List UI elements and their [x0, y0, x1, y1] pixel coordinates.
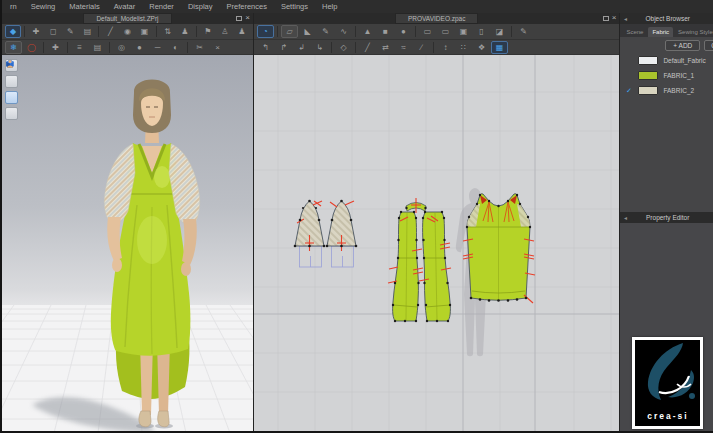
tab-sewing-style[interactable]: Sewing Style: [674, 27, 713, 37]
equalize-icon[interactable]: ⇄: [377, 41, 394, 54]
internal-circle-icon[interactable]: ▣: [455, 25, 472, 38]
curve-edit-icon[interactable]: ∿: [335, 25, 352, 38]
popout-icon[interactable]: [603, 16, 609, 21]
pattern-sleeve-left[interactable]: [294, 200, 326, 267]
show-fabric-icon[interactable]: ▦: [491, 41, 508, 54]
menu-item-display[interactable]: Display: [181, 2, 220, 11]
dots-icon[interactable]: ∷: [455, 41, 472, 54]
add-fabric-button[interactable]: + ADD: [665, 40, 700, 51]
free-sew-icon[interactable]: ↱: [275, 41, 292, 54]
object-browser-title: Object Browser: [630, 15, 713, 22]
edit-sew-icon[interactable]: ↳: [311, 41, 328, 54]
pattern-dress-front[interactable]: [463, 194, 535, 303]
popout-icon[interactable]: [236, 16, 242, 21]
menu-item-sewing[interactable]: Sewing: [24, 2, 63, 11]
rectangle-icon[interactable]: ■: [377, 25, 394, 38]
menu-item-preferences[interactable]: Preferences: [219, 2, 273, 11]
ellipse-icon[interactable]: ●: [395, 25, 412, 38]
tab-scene[interactable]: Scene: [622, 27, 647, 37]
toolbar-separator: [109, 42, 110, 53]
avatar-display-icon[interactable]: [5, 75, 18, 88]
avatar-pair-icon[interactable]: ♟: [177, 25, 193, 38]
collapse-icon[interactable]: ◂: [620, 15, 630, 22]
record-icon[interactable]: ◯: [23, 41, 40, 54]
tab-fabric[interactable]: Fabric: [648, 27, 673, 37]
close-icon[interactable]: ×: [612, 14, 617, 22]
pattern-panel-left[interactable]: [388, 211, 423, 322]
frame-icon[interactable]: ▣: [137, 25, 153, 38]
polygon-icon[interactable]: ▲: [359, 25, 376, 38]
pin-icon[interactable]: ✚: [47, 41, 64, 54]
menu-item-help[interactable]: Help: [315, 2, 344, 11]
fabric-list-item[interactable]: FABRIC_1: [620, 68, 713, 83]
fabric-swatch: [638, 86, 658, 95]
close-icon[interactable]: ×: [245, 14, 250, 22]
edit-point-icon[interactable]: ◣: [299, 25, 316, 38]
slash-icon[interactable]: ╱: [359, 41, 376, 54]
avatar-hide-icon[interactable]: ♟: [234, 25, 250, 38]
circle-tool-icon[interactable]: ●: [131, 41, 148, 54]
tab-3d-project[interactable]: Default_Modelist.ZPrj: [83, 13, 171, 24]
toolbar-separator: [355, 26, 356, 37]
edit-pattern-icon[interactable]: ▱: [281, 25, 298, 38]
menu-item-materials[interactable]: Materials: [62, 2, 106, 11]
texture-edit-icon[interactable]: ✎: [515, 25, 532, 38]
mn-sew-icon[interactable]: ↲: [293, 41, 310, 54]
eye-icon[interactable]: ◉: [119, 25, 135, 38]
fabric-name: FABRIC_1: [663, 72, 694, 79]
transform-pattern-icon[interactable]: ◔: [257, 25, 274, 38]
folder-icon[interactable]: ▤: [79, 25, 95, 38]
object-browser-header: ◂ Object Browser: [620, 13, 713, 24]
seamline-icon[interactable]: ▯: [473, 25, 490, 38]
cross-tool-icon[interactable]: ×: [209, 41, 226, 54]
menu-item-settings[interactable]: Settings: [274, 2, 315, 11]
pane-3d: Default_Modelist.ZPrj × ◆✚◻✎▤╱◉▣⇅♟⚑♙♟ ❄◯…: [2, 13, 254, 433]
pattern-sleeve-right[interactable]: [326, 200, 358, 267]
fabric-list-item[interactable]: ✓ FABRIC_2: [620, 83, 713, 98]
toolbar-separator: [67, 42, 68, 53]
menu-item-avatar[interactable]: Avatar: [107, 2, 143, 11]
pen-icon[interactable]: ╱: [102, 25, 118, 38]
menu-item-render[interactable]: Render: [142, 2, 181, 11]
dart-icon[interactable]: ▭: [419, 25, 436, 38]
swap-icon[interactable]: ⇅: [160, 25, 176, 38]
pattern-collar[interactable]: [405, 198, 426, 213]
layer-icon[interactable]: ▤: [89, 41, 106, 54]
pattern-panel-right[interactable]: [419, 211, 451, 322]
grain-icon[interactable]: ❖: [473, 41, 490, 54]
segment-sew-icon[interactable]: ↰: [257, 41, 274, 54]
box-select-icon[interactable]: ◻: [45, 25, 61, 38]
2d-pattern-viewport[interactable]: [254, 55, 619, 433]
toolbar-3d-row1: ◆✚◻✎▤╱◉▣⇅♟⚑♙♟: [2, 24, 253, 40]
line-tool-icon[interactable]: ─: [149, 41, 166, 54]
internal-rect-icon[interactable]: ▭: [437, 25, 454, 38]
fabric-name: FABRIC_2: [663, 87, 694, 94]
translate-icon[interactable]: ✚: [28, 25, 44, 38]
fabric-list-item[interactable]: Default_Fabric: [620, 53, 713, 68]
scissors-icon[interactable]: ✂: [191, 41, 208, 54]
menu-item-pattern-partial[interactable]: rn: [3, 2, 24, 11]
simulate-icon[interactable]: ❄: [5, 41, 22, 54]
steam-icon[interactable]: ◎: [113, 41, 130, 54]
cube-display-icon[interactable]: [5, 91, 18, 104]
collapse-icon[interactable]: ◂: [620, 214, 630, 221]
lasso-select-icon[interactable]: ✎: [62, 25, 78, 38]
wave-icon[interactable]: ≈: [395, 41, 412, 54]
fabric-list: Default_Fabric FABRIC_1 ✓ FABRIC_2: [620, 53, 713, 98]
select-tool-icon[interactable]: ◆: [5, 25, 21, 38]
avatar[interactable]: [104, 80, 199, 427]
half-circle-icon[interactable]: ◐: [167, 41, 184, 54]
measure-icon[interactable]: ↕: [437, 41, 454, 54]
avatar-show-icon[interactable]: ♙: [217, 25, 233, 38]
panel-spacer: [620, 98, 713, 212]
corner-icon[interactable]: ◪: [491, 25, 508, 38]
fold-icon[interactable]: ≡: [71, 41, 88, 54]
add-point-icon[interactable]: ✎: [317, 25, 334, 38]
walk-avatar-icon[interactable]: ⚑: [200, 25, 216, 38]
tab-2d-garment[interactable]: PROVAVIDEO.zpac: [395, 13, 479, 24]
fold-arrange-icon[interactable]: ◇: [335, 41, 352, 54]
3d-viewport[interactable]: [2, 55, 253, 433]
copy-fabric-button-partial[interactable]: C: [704, 40, 713, 51]
avatar-skin-icon[interactable]: [5, 107, 18, 120]
angle-icon[interactable]: ∕: [413, 41, 430, 54]
